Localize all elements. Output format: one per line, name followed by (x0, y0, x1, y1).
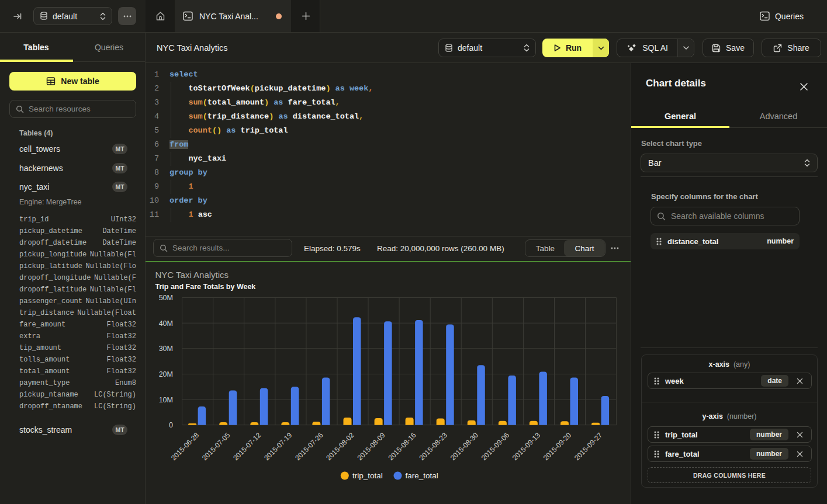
svg-text:2015-06-28: 2015-06-28 (169, 431, 201, 463)
svg-text:10M: 10M (159, 396, 173, 404)
svg-text:Trip and Fare Totals by Week: Trip and Fare Totals by Week (155, 283, 256, 291)
svg-text:2015-07-26: 2015-07-26 (293, 431, 325, 463)
svg-text:30M: 30M (159, 345, 173, 353)
svg-text:2015-08-02: 2015-08-02 (324, 431, 356, 463)
svg-text:2015-09-13: 2015-09-13 (511, 431, 542, 463)
svg-text:2015-08-09: 2015-08-09 (355, 431, 387, 463)
svg-text:trip_total: trip_total (352, 471, 383, 480)
svg-text:20M: 20M (159, 370, 173, 378)
svg-text:2015-08-16: 2015-08-16 (386, 431, 418, 463)
svg-text:2015-07-19: 2015-07-19 (262, 431, 294, 463)
svg-text:NYC Taxi Analytics: NYC Taxi Analytics (155, 270, 229, 280)
svg-text:2015-08-30: 2015-08-30 (449, 431, 480, 463)
svg-text:2015-08-23: 2015-08-23 (418, 431, 449, 463)
svg-text:2015-09-20: 2015-09-20 (542, 431, 573, 463)
svg-text:2015-09-06: 2015-09-06 (480, 431, 511, 463)
svg-text:fare_total: fare_total (406, 471, 438, 480)
svg-text:40M: 40M (159, 319, 173, 328)
svg-text:2015-09-27: 2015-09-27 (573, 431, 604, 463)
svg-text:2015-07-12: 2015-07-12 (231, 431, 263, 463)
svg-text:0: 0 (169, 421, 173, 429)
svg-text:50M: 50M (159, 294, 173, 302)
svg-text:2015-07-05: 2015-07-05 (200, 431, 232, 463)
